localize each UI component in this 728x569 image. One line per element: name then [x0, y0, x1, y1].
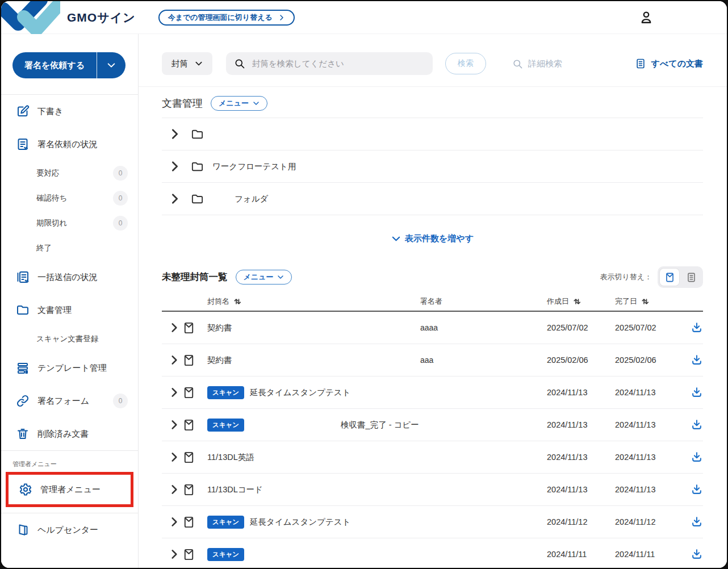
folder-row[interactable]: フォルダ	[162, 183, 703, 215]
document-view-toggle[interactable]	[681, 269, 701, 286]
completed-date-cell: 2025/07/02	[615, 323, 677, 332]
envelope-row[interactable]: スキャン延長タイムスタンプテスト2024/11/132024/11/13	[162, 376, 703, 409]
download-button[interactable]	[677, 321, 703, 334]
document-icon	[686, 272, 697, 283]
app-window: GMOサイン 今までの管理画面に切り替える 署名を依頼する 下書き署名依頼の状況…	[0, 0, 728, 569]
user-account-icon[interactable]	[638, 10, 654, 26]
view-toggle-label: 表示切り替え：	[600, 272, 652, 282]
search-type-selector[interactable]: 封筒	[162, 52, 212, 75]
sidebar-item-admin-menu[interactable]: 管理者メニュー	[9, 475, 131, 504]
envelope-view-toggle[interactable]	[660, 269, 679, 286]
download-button[interactable]	[677, 451, 703, 463]
sidebar-item-label: スキャン文書登録	[36, 334, 98, 344]
completed-date-cell: 2024/11/13	[615, 453, 677, 462]
envelope-cell-icon	[182, 516, 207, 529]
created-date-cell: 2024/11/12	[547, 517, 615, 526]
sidebar-item[interactable]: スキャン文書登録	[1, 327, 138, 352]
envelope-name: 契約書	[207, 355, 232, 366]
envelope-row[interactable]: スキャン検収書_完了 - コピー2024/11/132024/11/13	[162, 409, 703, 441]
chevron-down-icon	[391, 234, 401, 244]
expand-row-button[interactable]	[162, 387, 182, 398]
sidebar-item-label: 署名フォーム	[37, 396, 89, 407]
bulk-send-icon	[16, 270, 30, 284]
sort-icon[interactable]	[233, 298, 241, 306]
sidebar-item[interactable]: 確認待ち0	[1, 186, 138, 211]
envelope-menu-button[interactable]: メニュー	[236, 270, 292, 284]
request-signature-button[interactable]: 署名を依頼する	[12, 52, 97, 78]
sidebar-item[interactable]: テンプレート管理	[1, 352, 138, 384]
envelope-name: 11/13DLコード	[207, 484, 263, 495]
download-icon	[691, 419, 703, 431]
sidebar-item-label: 署名依頼の状況	[37, 139, 97, 150]
download-button[interactable]	[677, 516, 703, 528]
created-date-cell: 2024/11/13	[547, 388, 615, 397]
envelope-row[interactable]: 11/13DL英語2024/11/132024/11/13	[162, 441, 703, 474]
envelope-icon	[182, 321, 195, 334]
sort-icon[interactable]	[641, 298, 649, 306]
switch-admin-screen-button[interactable]: 今までの管理画面に切り替える	[158, 10, 295, 26]
folder-row[interactable]: ワークフローテスト用	[162, 150, 703, 183]
envelope-cell-icon	[182, 548, 207, 561]
download-button[interactable]	[677, 419, 703, 431]
download-button[interactable]	[677, 483, 703, 496]
envelope-name-cell: スキャン検収書_完了 - コピー	[207, 419, 420, 432]
envelope-row[interactable]: 契約書aaa2025/02/062025/02/06	[162, 344, 703, 376]
document-menu-button[interactable]: メニュー	[211, 96, 267, 111]
sidebar-item[interactable]: 文書管理	[1, 294, 138, 327]
sidebar-item-label: ヘルプセンター	[37, 525, 98, 535]
download-button[interactable]	[677, 548, 703, 560]
count-badge: 0	[113, 216, 128, 231]
chevron-right-icon	[169, 387, 180, 398]
scan-badge: スキャン	[207, 386, 244, 399]
envelope-cell-icon	[182, 321, 207, 334]
expand-row-button[interactable]	[162, 451, 182, 463]
envelope-row[interactable]: スキャン延長タイムスタンプテスト2024/11/122024/11/12	[162, 506, 703, 538]
expand-row-button[interactable]	[162, 322, 182, 333]
advanced-search-button[interactable]: 詳細検索	[512, 58, 562, 69]
sidebar-item[interactable]: 一括送信の状況	[1, 261, 138, 294]
sort-icon[interactable]	[573, 298, 581, 306]
search-input[interactable]	[251, 58, 425, 69]
column-header-completed: 完了日	[615, 296, 637, 307]
envelope-icon	[182, 548, 195, 561]
expand-row-button[interactable]	[162, 419, 182, 430]
column-header-created: 作成日	[547, 296, 569, 307]
expand-row-button[interactable]	[162, 516, 182, 528]
sidebar: 署名を依頼する 下書き署名依頼の状況要対応0確認待ち0期限切れ0終了一括送信の状…	[1, 34, 139, 569]
expand-row-button[interactable]	[162, 354, 182, 366]
created-date-cell: 2024/11/11	[547, 550, 615, 559]
expand-row-button[interactable]	[162, 549, 182, 560]
download-button[interactable]	[677, 354, 703, 366]
sidebar-item[interactable]: 削除済み文書	[1, 417, 138, 450]
envelope-row[interactable]: 11/13DLコード2024/11/132024/11/13	[162, 474, 703, 506]
sidebar-item[interactable]: 署名依頼の状況	[1, 128, 138, 161]
folder-row[interactable]	[162, 118, 703, 150]
sidebar-item-help-center[interactable]: ヘルプセンター	[1, 513, 138, 546]
sidebar-item-label: 要対応	[36, 168, 60, 178]
expand-row-button[interactable]	[162, 484, 182, 495]
envelope-row[interactable]: 契約書aaaa2025/07/022025/07/02	[162, 312, 703, 344]
search-icon	[234, 58, 245, 69]
show-more-button[interactable]: 表示件数を増やす	[391, 233, 474, 244]
envelope-name: 延長タイムスタンプテスト	[250, 387, 350, 398]
created-date-cell: 2024/11/13	[547, 485, 615, 494]
envelope-row[interactable]: スキャン2024/11/112024/11/11	[162, 538, 703, 569]
envelope-name: 検収書_完了 - コピー	[341, 420, 419, 430]
request-signature-dropdown-button[interactable]	[97, 52, 125, 78]
download-icon	[691, 548, 703, 560]
download-button[interactable]	[677, 386, 703, 399]
column-header-name: 封筒名	[207, 296, 229, 307]
sidebar-item[interactable]: 期限切れ0	[1, 211, 138, 236]
sidebar-item[interactable]: 署名フォーム0	[1, 384, 138, 417]
draft-icon	[16, 104, 30, 118]
envelope-name-cell: スキャン延長タイムスタンプテスト	[207, 386, 420, 399]
all-documents-button[interactable]: すべての文書	[635, 58, 703, 69]
search-button[interactable]: 検索	[445, 53, 486, 74]
signer-cell: aaaa	[420, 323, 547, 332]
sidebar-item[interactable]: 下書き	[1, 95, 138, 128]
sidebar-item[interactable]: 要対応0	[1, 161, 138, 186]
sidebar-item[interactable]: 終了	[1, 236, 138, 261]
completed-date-cell: 2024/11/13	[615, 420, 677, 429]
chevron-right-icon	[169, 451, 180, 463]
unsorted-envelopes-title: 未整理封筒一覧	[162, 271, 228, 283]
